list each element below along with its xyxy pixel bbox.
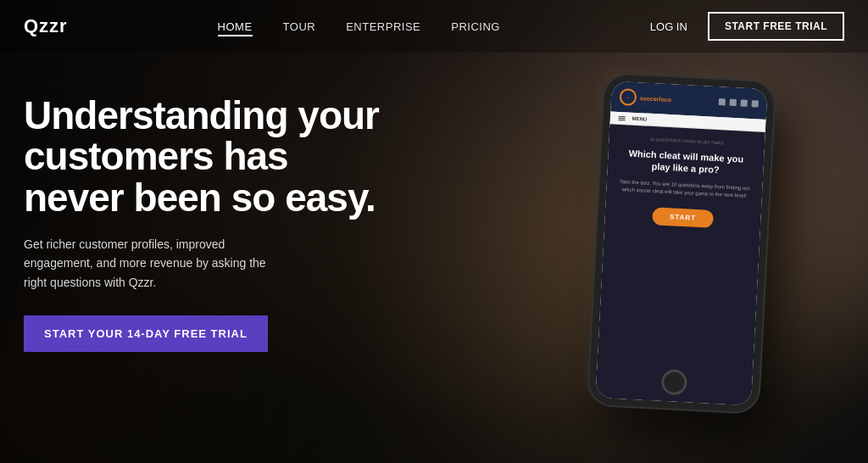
hero-section: Understanding your customers has never b… <box>0 53 868 463</box>
nav-item-tour[interactable]: TOUR <box>283 19 316 34</box>
phone-cart-icon <box>752 100 759 107</box>
phone-nav-icons <box>719 98 759 107</box>
phone-brand-name: soccerloco <box>640 95 671 103</box>
phone-user-icon <box>730 99 737 106</box>
hero-heading: Understanding your customers has never b… <box>24 95 380 218</box>
phone-logo-circle: ○ <box>619 88 637 106</box>
nav-item-pricing[interactable]: PRICING <box>451 19 500 34</box>
nav-item-enterprise[interactable]: ENTERPRISE <box>346 19 420 34</box>
nav-link-pricing[interactable]: PRICING <box>451 20 500 33</box>
hero-subtext: Get richer customer profiles, improved e… <box>24 235 270 292</box>
navbar: Qzzr HOME TOUR ENTERPRISE PRICING LOG IN… <box>0 0 868 53</box>
phone-brand-logo: ○ soccerloco <box>619 88 671 108</box>
nav-link-tour[interactable]: TOUR <box>283 20 316 33</box>
phone-screen: ○ soccerloco <box>595 81 767 405</box>
nav-right: LOG IN START FREE TRIAL <box>650 12 844 41</box>
phone-question-desc: Take the quiz. You are 10 questions away… <box>616 178 753 200</box>
phone-hamburger-icon <box>619 115 626 120</box>
phone-frame: ○ soccerloco <box>588 74 775 413</box>
phone-mockup: ○ soccerloco <box>588 74 775 413</box>
phone-settings-icon <box>741 99 748 106</box>
phone-question-count: 10 QUESTIONS TAKEN 90,323 TIMES <box>650 137 724 146</box>
nav-link-home[interactable]: HOME <box>218 20 253 36</box>
nav-link-enterprise[interactable]: ENTERPRISE <box>346 20 420 33</box>
phone-menu-label: MENU <box>632 116 647 122</box>
hero-text-block: Understanding your customers has never b… <box>24 86 380 352</box>
nav-item-home[interactable]: HOME <box>218 19 253 34</box>
phone-content: 10 QUESTIONS TAKEN 90,323 TIMES Which cl… <box>595 124 765 405</box>
phone-start-button[interactable]: START <box>653 207 714 228</box>
nav-links: HOME TOUR ENTERPRISE PRICING <box>218 19 500 34</box>
hero-cta-button[interactable]: START YOUR 14-DAY FREE TRIAL <box>24 315 268 352</box>
start-trial-button[interactable]: START FREE TRIAL <box>708 12 844 41</box>
phone-search-icon <box>719 98 726 105</box>
brand-logo[interactable]: Qzzr <box>24 15 68 37</box>
login-link[interactable]: LOG IN <box>650 20 687 33</box>
phone-question-title: Which cleat will make you play like a pr… <box>617 147 754 178</box>
